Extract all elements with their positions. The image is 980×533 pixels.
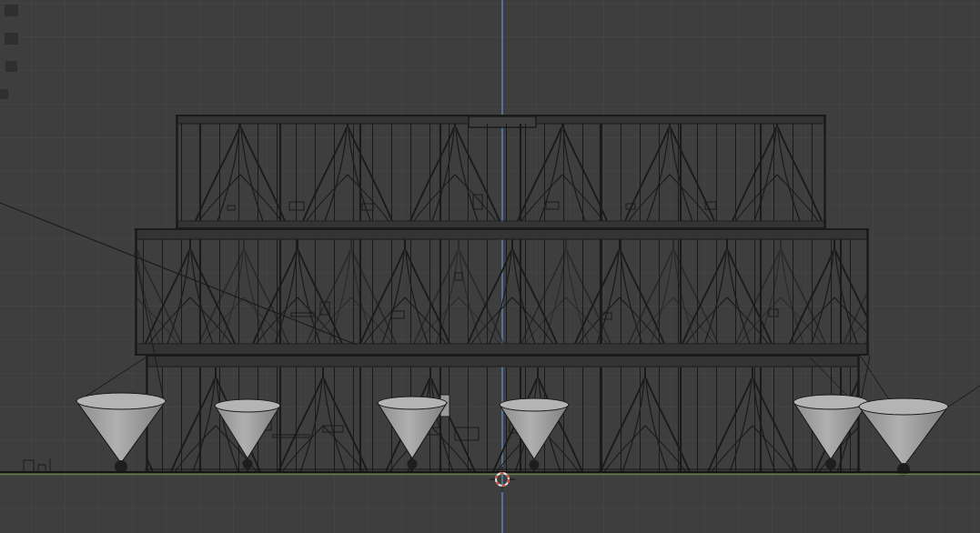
- floor-top: [176, 116, 826, 228]
- blender-3d-viewport[interactable]: [0, 0, 980, 533]
- viewport-canvas[interactable]: [0, 0, 980, 533]
- floor-middle: [135, 229, 869, 355]
